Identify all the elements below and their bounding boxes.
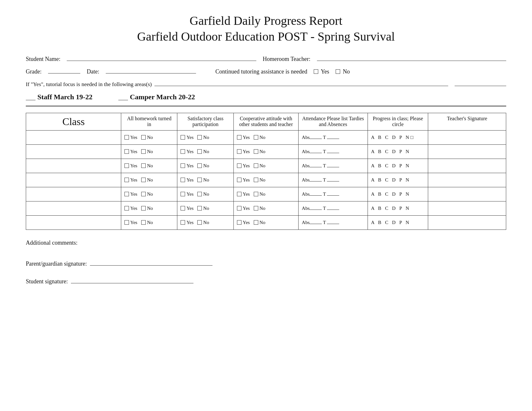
no-checkbox[interactable] [197,149,202,154]
no-checkbox[interactable] [141,220,146,225]
teacher-signature-cell[interactable] [428,130,506,144]
t-field[interactable] [327,139,339,139]
no-checkbox[interactable] [141,192,146,196]
no-checkbox[interactable] [254,135,258,140]
class-name-cell[interactable] [26,201,121,215]
abs-field[interactable] [310,210,322,210]
no-checkbox[interactable] [197,135,202,140]
student-signature-field[interactable] [71,277,193,283]
tutoring-row: Continued tutoring assistance is needed … [215,68,350,75]
parent-guardian-label: Parent/guardian signature: [26,260,87,267]
yes-checkbox[interactable] [181,135,185,140]
class-name-cell[interactable] [26,215,121,230]
footer-section: Additional comments: Parent/guardian sig… [26,240,506,285]
teacher-signature-cell[interactable] [428,187,506,201]
yes-checkbox[interactable] [181,149,185,154]
no-checkbox[interactable] [254,178,258,182]
no-checkbox[interactable] [197,206,202,210]
abs-field[interactable] [310,195,322,196]
yes-checkbox[interactable] [314,69,318,74]
no-checkbox-group[interactable]: No [336,68,350,75]
col-satisfactory-header: Satisfactory class participation [177,113,233,130]
no-checkbox[interactable] [254,220,258,225]
class-name-cell[interactable] [26,173,121,187]
satisfactory-cell: Yes No [177,201,233,215]
tutorial-focus-row: If "Yes", tutorial focus is needed in th… [26,80,506,88]
yes-checkbox[interactable] [181,220,185,225]
date-field[interactable] [106,67,196,73]
no-checkbox[interactable] [197,192,202,196]
tutorial-extra-field[interactable] [455,80,506,86]
yes-checkbox[interactable] [124,163,129,168]
yes-checkbox-group[interactable]: Yes [314,68,329,75]
col-attendance-header: Attendance Please list Tardies and Absen… [299,113,368,130]
no-checkbox[interactable] [336,69,340,74]
homeroom-teacher-label: Homeroom Teacher: [263,56,310,63]
cooperative-cell: Yes No [233,173,298,187]
yes-checkbox[interactable] [181,192,185,196]
grades-value: A B C D P N [371,191,410,197]
camper-label: Camper March 20-22 [130,93,195,101]
abs-field[interactable] [310,224,322,224]
tutorial-focus-field[interactable] [154,80,448,86]
signature-section: Parent/guardian signature: Student signa… [26,259,506,285]
student-name-field[interactable] [67,54,256,61]
homeroom-teacher-field[interactable] [317,54,506,61]
satisfactory-cell: Yes No [177,187,233,201]
yes-checkbox[interactable] [237,135,241,140]
progress-cell: A B C D P N [368,215,428,230]
yes-checkbox[interactable] [124,178,129,182]
teacher-signature-cell[interactable] [428,159,506,173]
t-field[interactable] [327,167,339,167]
no-checkbox[interactable] [141,135,146,140]
yes-checkbox[interactable] [181,206,185,210]
yes-checkbox[interactable] [124,135,129,140]
yes-checkbox[interactable] [237,192,241,196]
abs-field[interactable] [310,181,322,181]
grade-field[interactable] [48,67,80,73]
no-checkbox[interactable] [254,163,258,168]
no-checkbox[interactable] [141,206,146,210]
teacher-signature-cell[interactable] [428,144,506,159]
no-checkbox[interactable] [197,163,202,168]
yes-checkbox[interactable] [124,220,129,225]
no-checkbox[interactable] [197,220,202,225]
t-field[interactable] [327,210,339,210]
yes-checkbox[interactable] [237,163,241,168]
class-name-cell[interactable] [26,187,121,201]
class-name-cell[interactable] [26,144,121,159]
t-field[interactable] [327,224,339,224]
no-checkbox[interactable] [141,149,146,154]
yes-checkbox[interactable] [237,149,241,154]
abs-field[interactable] [310,167,322,167]
yes-checkbox[interactable] [237,178,241,182]
no-checkbox[interactable] [254,192,258,196]
yes-checkbox[interactable] [181,163,185,168]
class-name-cell[interactable] [26,159,121,173]
yes-checkbox[interactable] [124,149,129,154]
no-checkbox[interactable] [141,178,146,182]
teacher-signature-cell[interactable] [428,215,506,230]
no-checkbox[interactable] [254,149,258,154]
t-field[interactable] [327,181,339,181]
teacher-signature-cell[interactable] [428,201,506,215]
additional-comments-label: Additional comments: [26,240,77,246]
yes-checkbox[interactable] [124,192,129,196]
student-signature-row: Student signature: [26,277,506,285]
t-field[interactable] [327,195,339,196]
no-checkbox[interactable] [197,178,202,182]
t-field[interactable] [327,153,339,153]
class-name-cell[interactable] [26,130,121,144]
parent-signature-field[interactable] [90,259,212,266]
teacher-signature-cell[interactable] [428,173,506,187]
no-checkbox[interactable] [254,206,258,210]
grades-value: A B C D P N [371,206,410,211]
yes-checkbox[interactable] [237,220,241,225]
progress-cell: A B C D P N [368,144,428,159]
abs-field[interactable] [310,153,322,153]
yes-checkbox[interactable] [124,206,129,210]
no-checkbox[interactable] [141,163,146,168]
yes-checkbox[interactable] [237,206,241,210]
abs-field[interactable] [310,139,322,139]
yes-checkbox[interactable] [181,178,185,182]
